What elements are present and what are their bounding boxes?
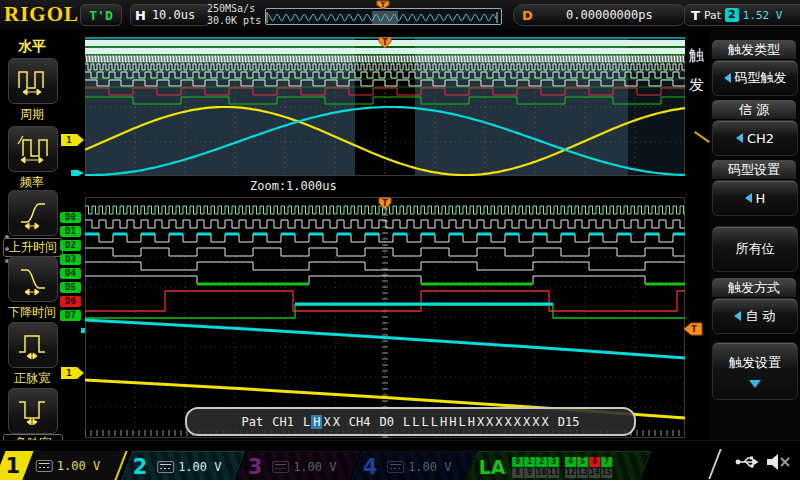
chevron-left-icon: [736, 133, 743, 143]
measure-item-label: 下降时间: [0, 304, 64, 321]
measure-item-period[interactable]: [8, 58, 58, 104]
channel-status-bar: 1 1.00 V 2 1.00 V 3 1.00 V 4: [0, 440, 800, 480]
pattern-token: X: [333, 415, 340, 429]
neg-pulse-width-icon: [15, 394, 51, 428]
la-label: LA: [472, 456, 512, 478]
pattern-token: CH4: [349, 415, 371, 429]
ch1-position-marker-main[interactable]: 1: [60, 133, 85, 147]
d-label: D: [522, 8, 533, 23]
menu-tab-title-char2: 发: [689, 76, 704, 95]
trigger-level-value: 1.52 V: [743, 9, 783, 22]
menu-button-label: H: [756, 191, 766, 206]
menu-header-sweep-mode: 触发方式: [712, 278, 796, 297]
rise-time-icon: [15, 196, 51, 230]
ch1-position-marker-zoom[interactable]: 1: [60, 366, 85, 380]
la-digit-8: 8: [512, 468, 523, 478]
zoom-waveform-window: T: [85, 197, 685, 438]
la-digit-11: 11: [548, 468, 559, 478]
timebase-value: 10.0us: [152, 8, 195, 22]
menu-button-trigger-type[interactable]: 码型触发: [712, 60, 798, 96]
menu-button-sweep-mode[interactable]: 自 动: [712, 298, 798, 334]
menu-button-source[interactable]: CH2: [712, 120, 798, 156]
menu-button-label: 所有位: [736, 240, 775, 258]
measure-item-pos-width[interactable]: [8, 322, 58, 368]
pattern-token: D15: [558, 415, 580, 429]
trigger-menu: 触发类型 码型触发 信 源 CH2 码型设置 H 所有位 触发方式 自 动 触发…: [710, 30, 800, 440]
menu-button-pattern-setting[interactable]: H: [712, 180, 798, 216]
rigol-logo: RIGOL: [4, 2, 79, 27]
svg-text:T: T: [691, 325, 697, 334]
trigger-position-marker-top[interactable]: T: [376, 0, 390, 10]
ch1-coupling-icon: [36, 460, 53, 472]
svg-text:T: T: [382, 38, 388, 47]
trigger-type-text: Pat: [704, 9, 721, 22]
menu-tab-strip: 触 发 T: [685, 30, 710, 440]
digital-label-d6[interactable]: D6: [60, 296, 81, 307]
digital-label-d4[interactable]: D4: [60, 268, 81, 279]
trigger-level-marker[interactable]: T: [683, 322, 703, 336]
chevron-left-icon: [724, 73, 731, 83]
delay-readout[interactable]: D 0.00000000ps: [513, 4, 687, 26]
la-status-block[interactable]: LA 01234567 89101112131415: [465, 451, 651, 480]
status-bar: RIGOL T'D H 10.0us 250MSa/s 30.0K pts T …: [0, 0, 800, 31]
trigger-status-text: T'D: [89, 8, 112, 23]
pos-pulse-width-icon: [15, 328, 51, 362]
chevron-left-icon: [734, 311, 741, 321]
digital-label-d5[interactable]: D5: [60, 282, 81, 293]
pattern-token: D0: [380, 415, 394, 429]
svg-text:T: T: [381, 1, 386, 9]
digital-label-d3[interactable]: D3: [60, 254, 81, 265]
pattern-token: X: [477, 415, 484, 429]
measure-sidebar-title: 水平: [0, 38, 64, 56]
pattern-token: X: [523, 415, 530, 429]
menu-button-all-bits[interactable]: 所有位: [712, 226, 798, 272]
ch4-scale-value: 1.00 V: [408, 460, 451, 474]
pattern-token: H: [440, 415, 447, 429]
chevron-down-icon: [749, 380, 761, 388]
horizontal-timebase-readout[interactable]: H 10.0us: [130, 4, 210, 26]
ch1-scale-value: 1.00 V: [57, 459, 100, 473]
measure-item-fall-time[interactable]: [8, 256, 58, 302]
measure-item-neg-width[interactable]: [8, 388, 58, 434]
ch4-number: 4: [357, 455, 383, 479]
ch4-status-block[interactable]: 4 1.00 V: [350, 451, 475, 480]
menu-tab-title-char1: 触: [689, 46, 704, 65]
menu-button-label: 码型触发: [735, 69, 787, 87]
pattern-token: H: [311, 415, 322, 429]
zoom-timebase-label: Zoom:1.000us: [250, 179, 337, 193]
menu-button-trigger-setting[interactable]: 触发设置: [712, 342, 798, 400]
ch4-coupling-icon: [387, 461, 404, 473]
ch3-coupling-icon: [272, 461, 289, 473]
la-digit-2: 2: [536, 457, 547, 467]
svg-text:1: 1: [66, 368, 71, 378]
waveform-position-bar[interactable]: [265, 8, 502, 25]
ch2-position-marker-main[interactable]: [70, 169, 85, 177]
ch1-status-block[interactable]: 1 1.00 V: [0, 451, 128, 480]
ch2-scale-value: 1.00 V: [178, 460, 221, 474]
main-waveform-window: T: [85, 37, 685, 176]
ch3-status-block[interactable]: 3 1.00 V: [235, 451, 360, 480]
pattern-token: X: [505, 415, 512, 429]
pattern-token: X: [514, 415, 521, 429]
pattern-token: L: [303, 415, 310, 429]
pattern-readout-box: PatCH1LHXXCH4D0LLLLHHLHXXXXXXXXD15: [185, 407, 636, 436]
digital-label-d7[interactable]: D7: [60, 310, 81, 321]
menu-header-trigger-type: 触发类型: [712, 40, 796, 59]
digital-label-d0[interactable]: D0: [60, 212, 81, 223]
measure-item-frequency[interactable]: [8, 126, 58, 172]
usb-icon: [735, 453, 761, 471]
ch2-position-marker-zoom[interactable]: [81, 328, 85, 333]
pattern-token: X: [495, 415, 502, 429]
pattern-token: L: [403, 415, 410, 429]
measure-item-rise-time[interactable]: [8, 190, 58, 236]
la-digit-14: 14: [589, 468, 600, 478]
ch2-status-block[interactable]: 2 1.00 V: [120, 451, 245, 480]
measure-item-label: 周期: [0, 106, 64, 123]
trigger-readout[interactable]: T Pat 2 1.52 V: [684, 4, 800, 26]
menu-button-label: CH2: [747, 131, 774, 146]
digital-label-d2[interactable]: D2: [60, 240, 81, 251]
pattern-token: L: [412, 415, 419, 429]
menu-button-label: 触发设置: [729, 354, 781, 372]
digital-label-d1[interactable]: D1: [60, 226, 81, 237]
measure-item-label: 正脉宽: [0, 370, 64, 387]
